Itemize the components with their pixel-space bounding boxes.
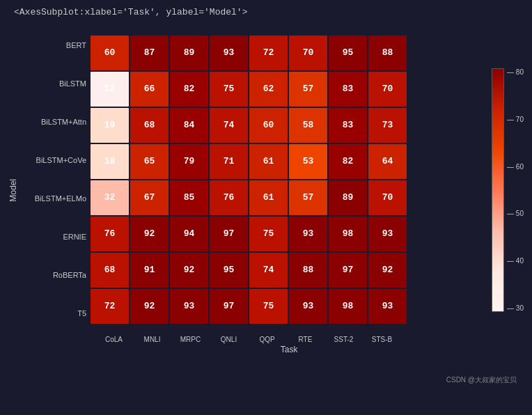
col-labels-row: CoLAMNLIMRPCQNLIQQPRTESST-2STS-B [95,333,411,343]
chart-wrapper: Model BERTBiLSTMBiLSTM+AttnBiLSTM+CoVeBi… [8,23,524,392]
y-axis-label: Model [8,179,18,202]
colorbar-label: — 50 [507,210,524,217]
heatmap-cell: 32 [91,180,129,215]
col-label: CoLA [95,336,133,343]
col-label: STS-B [363,336,401,343]
col-label: RTE [286,336,324,343]
colorbar-label: — 80 [507,68,524,76]
heatmap-cell: 95 [210,253,248,288]
heatmap-cell: 72 [91,289,129,324]
colorbar-label: — 30 [507,304,524,312]
col-label: SST-2 [324,336,363,343]
row-label: T5 [77,296,86,331]
chart-area: Model BERTBiLSTMBiLSTM+AttnBiLSTM+CoVeBi… [8,23,524,357]
colorbar-label: — 60 [507,163,524,171]
colorbar-label: — 70 [507,116,524,123]
heatmap-cell: 93 [368,289,407,324]
colorbar-label: — 40 [507,257,524,265]
heatmap-cell: 68 [91,253,129,288]
row-labels: BERTBiLSTMBiLSTM+AttnBiLSTM+CoVeBiLSTM+E… [21,26,91,333]
heatmap-cell: 92 [130,217,169,251]
heatmap-cell: 18 [91,144,129,179]
colorbar-with-labels: — 80— 70— 60— 50— 40— 30 [492,68,524,312]
heatmap-cell: 88 [289,253,327,288]
heatmap-cell: 87 [130,36,169,70]
heatmap-cell: 66 [130,72,169,107]
heatmap-cell: 97 [210,289,248,324]
heatmap-cell: 93 [289,217,327,251]
heatmap-cell: 70 [289,36,327,70]
heatmap-cell: 83 [329,72,367,107]
heatmap-cell: 61 [249,144,288,179]
heatmap-section: BERTBiLSTMBiLSTM+AttnBiLSTM+CoVeBiLSTM+E… [21,26,483,354]
row-label: BiLSTM+CoVe [36,143,86,178]
heatmap-cell: 97 [210,217,248,251]
heatmap-cell: 62 [249,72,288,107]
heatmap-cell: 57 [289,72,327,107]
heatmap-cell: 73 [368,108,407,143]
heatmap-cell: 97 [329,253,367,288]
heatmap-cell: 75 [249,289,288,324]
row-label: BiLSTM+Attn [41,104,86,139]
heatmap-cell: 65 [130,144,169,179]
heatmap-cell: 95 [329,36,367,70]
watermark: CSDN @大叔家的宝贝 [446,375,517,385]
heatmap-cell: 92 [170,253,208,288]
page-container: <AxesSubplot:xlabel='Task', ylabel='Mode… [0,0,532,415]
heatmap-cell: 98 [329,289,367,324]
row-label: ERNIE [63,219,86,254]
heatmap-with-labels: BERTBiLSTMBiLSTM+AttnBiLSTM+CoVeBiLSTM+E… [21,26,483,333]
colorbar [492,68,504,312]
heatmap-cell: 93 [210,36,248,70]
heatmap-cell: 88 [368,36,407,70]
heatmap-cell: 93 [368,217,407,251]
heatmap-cell: 53 [289,144,327,179]
heatmap-cell: 83 [329,108,367,143]
heatmap-cell: 67 [130,180,169,215]
heatmap-cell: 93 [170,289,208,324]
heatmap-cell: 57 [289,180,327,215]
heatmap-cell: 76 [91,217,129,251]
heatmap-cell: 60 [91,36,129,70]
row-label: BERT [66,28,86,63]
heatmap-cell: 70 [368,180,407,215]
col-label: QNLI [210,336,248,343]
heatmap-cell: 93 [289,289,327,324]
heatmap-cell: 82 [170,72,208,107]
heatmap-cell: 74 [210,108,248,143]
row-label: BiLSTM [59,66,86,101]
col-label: QQP [248,336,286,343]
heatmap-cell: 98 [329,217,367,251]
heatmap-cell: 64 [368,144,407,179]
heatmap-grid: 6087899372709588126682756257837019688474… [91,36,407,324]
heatmap-cell: 61 [249,180,288,215]
heatmap-cell: 12 [91,72,129,107]
col-label: MRPC [171,336,210,343]
heatmap-cell: 72 [249,36,288,70]
heatmap-cell: 85 [170,180,208,215]
heatmap-cell: 94 [170,217,208,251]
plot-title: <AxesSubplot:xlabel='Task', ylabel='Mode… [7,7,247,17]
heatmap-cell: 91 [130,253,169,288]
x-axis-label: Task [95,345,483,354]
heatmap-cell: 75 [210,72,248,107]
row-label: RoBERTa [53,258,86,292]
heatmap-cell: 74 [249,253,288,288]
heatmap-cell: 92 [368,253,407,288]
colorbar-labels-container: — 80— 70— 60— 50— 40— 30 [507,68,524,312]
heatmap-cell: 71 [210,144,248,179]
colorbar-section: — 80— 70— 60— 50— 40— 30 [492,37,524,343]
heatmap-cell: 76 [210,180,248,215]
heatmap-cell: 89 [170,36,208,70]
heatmap-cell: 60 [249,108,288,143]
heatmap-cell: 82 [329,144,367,179]
heatmap-cell: 70 [368,72,407,107]
col-label: MNLI [133,336,171,343]
heatmap-cell: 79 [170,144,208,179]
heatmap-cell: 92 [130,289,169,324]
heatmap-cell: 84 [170,108,208,143]
row-label: BiLSTM+ELMo [35,181,86,216]
heatmap-cell: 89 [329,180,367,215]
heatmap-cell: 75 [249,217,288,251]
heatmap-cell: 19 [91,108,129,143]
